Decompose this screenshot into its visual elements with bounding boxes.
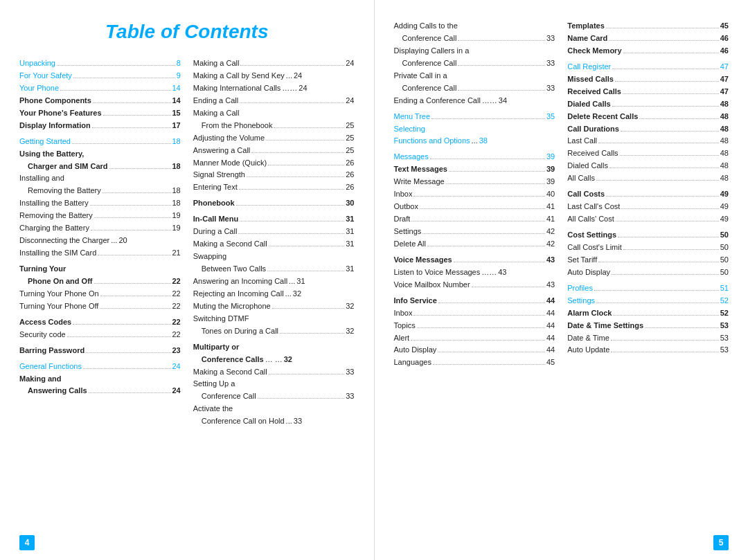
toc-num: 18 xyxy=(172,186,181,197)
toc-num: 48 xyxy=(720,161,729,172)
toc-num: 24 xyxy=(172,386,181,397)
toc-num: 32 xyxy=(346,301,354,312)
toc-num: 53 xyxy=(720,333,729,344)
toc-entry: Making and xyxy=(19,374,181,385)
toc-entry: Charging the Battery19 xyxy=(19,223,181,234)
toc-num: 49 xyxy=(720,201,729,213)
toc-label: Cost Settings xyxy=(567,230,616,241)
toc-label: Dialed Calls xyxy=(567,161,608,172)
toc-dots xyxy=(92,127,171,128)
toc-label: Call Cost's Limit xyxy=(567,242,622,253)
toc-num: 24 xyxy=(299,83,307,94)
toc-num: 49 xyxy=(720,189,729,200)
toc-dots xyxy=(427,246,545,246)
toc-label: Received Calls xyxy=(567,148,618,159)
toc-num: 47 xyxy=(720,74,729,85)
toc-label: Phone On and Off xyxy=(19,276,93,287)
toc-entry: Topics44 xyxy=(394,320,555,332)
toc-label: Removing the Battery xyxy=(19,186,101,197)
toc-label: Check Memory xyxy=(567,46,621,57)
toc-dash: …… xyxy=(282,83,297,94)
toc-dash: ... xyxy=(289,276,295,287)
toc-num: 48 xyxy=(720,173,729,184)
toc-entry: Templates45 xyxy=(567,21,729,32)
toc-dots xyxy=(616,221,719,222)
toc-entry: Date & Time53 xyxy=(567,333,729,344)
toc-label: Phonebook xyxy=(193,198,235,209)
toc-label: General Functions xyxy=(19,361,82,372)
toc-dots xyxy=(594,290,719,291)
toc-dash: ... xyxy=(286,71,292,82)
toc-label: Messages xyxy=(394,152,429,163)
toc-label: Outbox xyxy=(394,201,418,213)
toc-num: 31 xyxy=(346,226,354,237)
toc-label: Between Two Calls xyxy=(193,264,266,275)
toc-label: For Your Safety xyxy=(19,71,72,82)
toc-entry: Call Register47 xyxy=(567,62,729,73)
toc-label: Turning Your Phone Off xyxy=(19,301,98,312)
toc-label: Name Card xyxy=(567,33,607,44)
toc-label: Display Information xyxy=(19,120,91,132)
toc-num: 25 xyxy=(346,133,354,144)
toc-num: 43 xyxy=(498,267,506,278)
toc-num: 46 xyxy=(720,46,729,57)
toc-num: 33 xyxy=(346,367,354,378)
toc-entry: Conference Call33 xyxy=(394,33,555,44)
toc-num: 30 xyxy=(346,198,354,209)
toc-label: Manner Mode (Quick) xyxy=(193,158,267,169)
toc-dots xyxy=(272,308,345,309)
toc-entry: Auto Display44 xyxy=(394,345,555,356)
right-columns: Adding Calls to theConference Call33Disp… xyxy=(394,21,729,370)
toc-dots xyxy=(458,90,545,91)
toc-entry: Last Call's Cost49 xyxy=(567,201,729,213)
toc-dots xyxy=(639,118,718,119)
toc-entry: Check Memory46 xyxy=(567,46,729,57)
toc-dots xyxy=(446,183,545,184)
toc-label: All Calls xyxy=(567,173,595,184)
toc-label: Inbox xyxy=(394,308,413,319)
toc-num: 39 xyxy=(546,177,555,188)
toc-dots xyxy=(438,302,545,303)
toc-label: Getting Started xyxy=(19,136,71,147)
toc-entry: Entering Text26 xyxy=(193,182,355,193)
toc-num: 50 xyxy=(720,255,729,266)
toc-label: All Calls' Cost xyxy=(567,214,614,225)
toc-entry: Conference Calls… …32 xyxy=(193,354,355,365)
toc-label: Functions and Options xyxy=(394,136,470,147)
toc-entry: Answering an Incoming Call...31 xyxy=(193,276,355,287)
toc-entry: Listen to Voice Messages……43 xyxy=(394,267,555,278)
toc-dots xyxy=(73,78,175,78)
toc-num: 18 xyxy=(172,136,181,147)
toc-entry: Selecting xyxy=(394,124,555,135)
toc-label: Auto Display xyxy=(567,267,610,278)
toc-num: 20 xyxy=(118,235,127,246)
toc-num: 14 xyxy=(172,83,181,94)
toc-num: 48 xyxy=(720,136,729,147)
toc-num: 48 xyxy=(720,148,729,159)
toc-dots xyxy=(618,237,719,237)
toc-num: 50 xyxy=(720,267,729,278)
toc-label: Switching DTMF xyxy=(193,314,249,325)
toc-label: Conference Call xyxy=(394,33,457,44)
page-title: Table of Contents xyxy=(19,21,355,43)
toc-num: 50 xyxy=(720,242,729,253)
toc-entry: Rejecting an Incoming Call...32 xyxy=(193,289,355,300)
toc-entry: Removing the Battery19 xyxy=(19,210,181,222)
toc-label: During a Call xyxy=(193,226,238,237)
toc-num: 22 xyxy=(172,289,181,300)
toc-entry: All Calls' Cost49 xyxy=(567,214,729,225)
toc-entry: Write Message39 xyxy=(394,177,555,188)
page-number-right: 5 xyxy=(713,535,729,550)
toc-label: Ending a Conference Call xyxy=(394,96,481,107)
toc-num: 24 xyxy=(346,58,354,69)
toc-dots xyxy=(609,40,718,41)
toc-entry: Voice Mailbox Number43 xyxy=(394,280,555,291)
page-right: Adding Calls to theConference Call33Disp… xyxy=(375,0,749,560)
toc-dots xyxy=(100,296,171,296)
toc-label: Answering an Incoming Call xyxy=(193,276,287,287)
toc-dots xyxy=(91,230,171,231)
toc-label: Barring Password xyxy=(19,345,84,356)
toc-entry: Swapping xyxy=(193,251,355,262)
toc-num: 24 xyxy=(294,71,302,82)
toc-dots xyxy=(236,205,345,206)
